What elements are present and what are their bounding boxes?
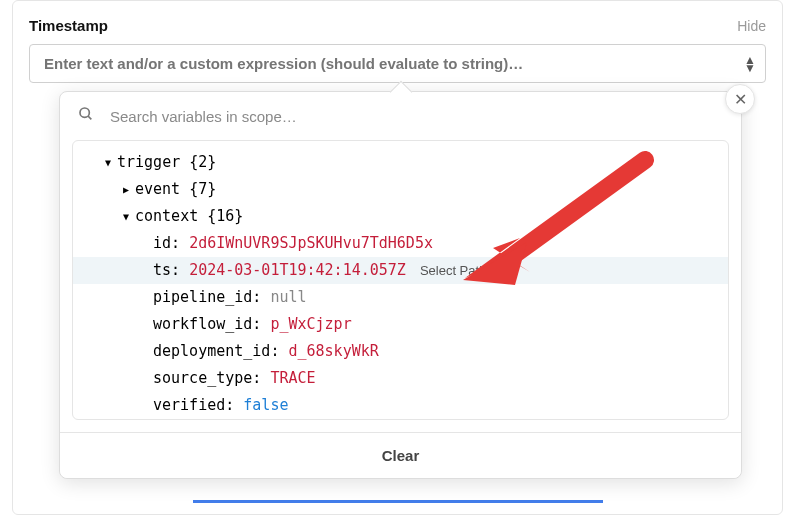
tree-prop-ts[interactable]: ts: 2024-03-01T19:42:14.057Z Select Path <box>73 257 728 284</box>
variable-picker-popup: ✕ trigger {2} event {7} <box>59 91 742 479</box>
tree-prop-source-type[interactable]: source_type: TRACE <box>73 365 728 392</box>
tree-prop-workflow-id[interactable]: workflow_id: p_WxCjzpr <box>73 311 728 338</box>
clear-button[interactable]: Clear <box>60 432 741 478</box>
tree-scroll[interactable]: trigger {2} event {7} context {16} id: 2… <box>73 149 728 419</box>
expression-input[interactable] <box>29 44 766 83</box>
expression-input-wrap: ▲▼ <box>29 44 766 83</box>
search-input[interactable] <box>110 108 723 125</box>
tree-prop-verified[interactable]: verified: false <box>73 392 728 419</box>
close-button[interactable]: ✕ <box>725 84 755 114</box>
tree-container: trigger {2} event {7} context {16} id: 2… <box>72 140 729 420</box>
svg-line-1 <box>88 116 91 119</box>
search-icon <box>78 106 94 126</box>
caret-right-icon <box>123 176 135 203</box>
field-header: Timestamp Hide <box>29 17 766 34</box>
tree-node-trigger[interactable]: trigger {2} <box>73 149 728 176</box>
tree-prop-deployment-id[interactable]: deployment_id: d_68skyWkR <box>73 338 728 365</box>
tree-prop-id[interactable]: id: 2d6IWnUVR9SJpSKUHvu7TdH6D5x <box>73 230 728 257</box>
tree-node-context[interactable]: context {16} <box>73 203 728 230</box>
hide-link[interactable]: Hide <box>737 18 766 34</box>
field-label: Timestamp <box>29 17 108 34</box>
bottom-accent-bar <box>193 500 603 506</box>
select-path-button[interactable]: Select Path <box>420 257 487 284</box>
field-panel: Timestamp Hide ▲▼ ✕ trigger {2} <box>12 0 783 515</box>
tree-node-event[interactable]: event {7} <box>73 176 728 203</box>
tree-prop-pipeline-id[interactable]: pipeline_id: null <box>73 284 728 311</box>
updown-icon[interactable]: ▲▼ <box>744 56 756 72</box>
caret-down-icon <box>105 149 117 176</box>
close-icon: ✕ <box>734 90 747 109</box>
caret-down-icon <box>123 203 135 230</box>
svg-point-0 <box>80 108 89 117</box>
